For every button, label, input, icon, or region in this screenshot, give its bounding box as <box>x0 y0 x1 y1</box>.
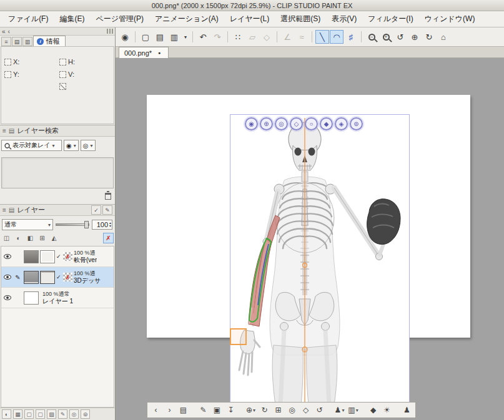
ruler-snap-button[interactable]: ∠ <box>280 30 294 44</box>
lock-transparent-pixels-button[interactable]: ◫ <box>1 233 12 243</box>
collapse-dock-button[interactable]: « <box>2 28 6 35</box>
object-snap-icon[interactable]: ◈ <box>335 117 348 130</box>
palette-check-button[interactable]: ✓ <box>91 205 101 215</box>
zoom-in-button[interactable]: + <box>379 30 393 44</box>
menu-window[interactable]: ウィンドウ(W) <box>419 11 481 27</box>
rotate-cw-button[interactable]: ↻ <box>422 30 436 44</box>
opacity-stepper[interactable]: ▴ ▾ <box>109 222 111 228</box>
sync-pose-button[interactable]: ♟ <box>400 404 413 416</box>
transform-button[interactable]: ▱ <box>245 30 259 44</box>
panel-menu-icon[interactable]: ≡ <box>2 127 6 134</box>
layer-row-selected[interactable]: ✎ ✓ ✗ 100 %通 3Dデッサ <box>1 267 114 288</box>
redo-button[interactable]: ↷ <box>210 30 224 44</box>
material-palette-button[interactable]: ◆ <box>367 404 380 416</box>
figure-tool-button[interactable]: ⊕▾ <box>244 404 257 416</box>
dock-swatch-icon[interactable]: ▢ <box>24 409 34 419</box>
menu-file[interactable]: ファイル(F) <box>2 11 54 27</box>
layer-name[interactable]: レイヤー 1 <box>42 298 73 305</box>
layer-color-icon[interactable]: ✗ <box>63 252 72 261</box>
delete-layer-button[interactable] <box>105 193 111 200</box>
panel-tab-2-icon[interactable]: ▥ <box>22 37 32 46</box>
blend-mode-dropdown[interactable]: 通常 ▾ <box>2 219 53 230</box>
next-page-button[interactable]: › <box>163 404 176 416</box>
dock-grip-handle[interactable] <box>107 29 113 34</box>
prev-palette-button[interactable]: ‹ <box>8 28 10 35</box>
step-down-icon[interactable]: ▾ <box>109 225 111 228</box>
palette-brush-button[interactable]: ✎ <box>102 205 112 215</box>
edit-pose-button[interactable]: ✎ <box>197 404 210 416</box>
3d-skeleton-model[interactable] <box>116 58 504 420</box>
menu-layer[interactable]: レイヤー(L) <box>224 11 275 27</box>
move-layer-button[interactable]: ◇ <box>260 30 274 44</box>
snap-to-ruler-button[interactable]: ╲ <box>315 30 329 44</box>
navigate-button[interactable]: ⊕ <box>408 30 422 44</box>
layer-name[interactable]: 3Dデッサ <box>74 277 101 284</box>
fit-to-view-button[interactable]: ▣ <box>210 404 224 416</box>
reset-display-button[interactable]: ⌂ <box>437 30 450 44</box>
save-options-button[interactable]: ▾ <box>182 30 189 44</box>
layer-name[interactable]: 軟骨(ver <box>74 256 97 263</box>
dock-paper-icon[interactable]: ▢ <box>36 409 45 419</box>
panel-menu-icon[interactable]: ≡ <box>1 37 11 46</box>
object-settings-icon[interactable]: ⊚ <box>350 117 363 130</box>
menu-animation[interactable]: アニメーション(A) <box>149 11 224 27</box>
canvas-area[interactable]: ◉⊕◎◇○◆◈⊚ ‹›▤✎▣↧⊕▾↻⊞◎◇↺♟▾▥▾◆☀♟ <box>116 58 504 420</box>
lock-layer-button[interactable]: ◐ <box>13 233 24 243</box>
selection-handle-box[interactable] <box>230 329 246 344</box>
layer-color-icon[interactable]: ✗ <box>63 273 72 281</box>
menu-page[interactable]: ページ管理(P) <box>90 11 149 27</box>
save-file-button[interactable]: ▥ <box>167 30 181 44</box>
camera-zoom-button[interactable]: ◎ <box>285 404 299 416</box>
layer-mask-thumbnail[interactable] <box>40 250 55 263</box>
dock-pen-icon[interactable]: ✎ <box>58 409 67 419</box>
dock-pattern-icon[interactable]: ▨ <box>47 409 56 419</box>
mesh-display-button[interactable]: ◇ <box>299 404 312 416</box>
search-scope-dropdown[interactable]: 表示対象レイ ▾ <box>1 140 62 151</box>
select-launcher-button[interactable]: ∷ <box>231 30 245 44</box>
object-move-icon[interactable]: ◇ <box>290 117 303 130</box>
layer-visibility-toggle[interactable] <box>2 254 12 259</box>
layer-mask-thumbnail[interactable] <box>40 271 55 284</box>
camera-pan-icon[interactable]: ⊕ <box>260 117 273 130</box>
snap-to-grid-button[interactable]: ♯ <box>344 30 358 44</box>
layer-row[interactable]: ✓ ✗ 100 %通 軟骨(ver <box>1 247 114 267</box>
special-ruler-snap-button[interactable]: ≈ <box>295 30 309 44</box>
menu-filter[interactable]: フィルター(I) <box>362 11 418 27</box>
layer-thumbnail[interactable] <box>24 291 39 305</box>
pose-material-button[interactable]: ♟▾ <box>333 404 346 416</box>
layer-visibility-toggle[interactable] <box>2 295 12 300</box>
rotate-ccw-button[interactable]: ↺ <box>393 30 407 44</box>
narrow-exclude-button[interactable]: ◎▾ <box>81 140 96 151</box>
dock-color-wheel-icon[interactable]: ◐ <box>2 409 11 419</box>
new-file-button[interactable]: ▢ <box>139 30 152 44</box>
object-rotate-y-icon[interactable]: ○ <box>305 117 318 130</box>
panel-tab-1-icon[interactable]: ▤ <box>12 37 22 46</box>
menu-selection[interactable]: 選択範囲(S) <box>275 11 326 27</box>
layer-visibility-toggle[interactable] <box>2 275 12 280</box>
page-list-button[interactable]: ▤ <box>177 404 190 416</box>
prev-page-button[interactable]: ‹ <box>149 404 162 416</box>
undo-button[interactable]: ↶ <box>196 30 210 44</box>
menu-edit[interactable]: 編集(E) <box>54 11 90 27</box>
reset-rotation-button[interactable]: ↺ <box>313 404 326 416</box>
drop-to-floor-button[interactable]: ↧ <box>224 404 237 416</box>
layer-search-results[interactable] <box>1 157 114 188</box>
opacity-numbox[interactable]: 100 ▴ ▾ <box>92 220 112 230</box>
layer-thumbnail[interactable] <box>24 271 39 284</box>
open-file-button[interactable]: ▤ <box>153 30 167 44</box>
layer-thumbnail[interactable] <box>24 250 39 263</box>
dock-settings-icon[interactable]: ⊚ <box>81 409 90 419</box>
panel-menu-icon[interactable]: ≡ <box>2 207 6 213</box>
toggle-transparent-background-button[interactable]: ✗ <box>103 233 114 243</box>
enable-mask-button[interactable]: ◭ <box>49 233 59 243</box>
narrow-by-layer-button[interactable]: ◉▾ <box>64 140 79 151</box>
opacity-slider-handle[interactable] <box>84 221 89 228</box>
dock-color-set-icon[interactable]: ▦ <box>13 409 22 419</box>
zoom-out-button[interactable]: − <box>365 30 378 44</box>
snap-to-special-ruler-button[interactable]: ◠ <box>330 30 343 44</box>
clip-to-layer-below-button[interactable]: ◧ <box>25 233 36 243</box>
opacity-slider[interactable] <box>56 220 89 229</box>
camera-pan-button[interactable]: ⊞ <box>272 404 285 416</box>
light-source-button[interactable]: ☀ <box>380 404 393 416</box>
object-rotate-3d-icon[interactable]: ◆ <box>320 117 333 130</box>
